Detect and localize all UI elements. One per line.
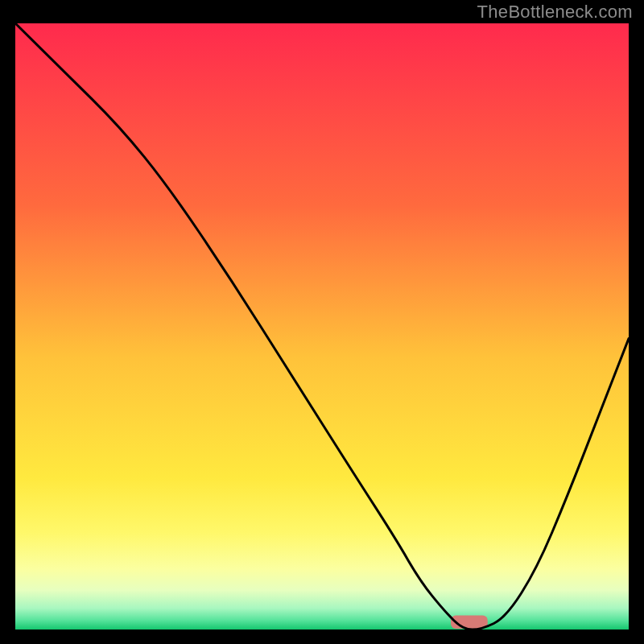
- watermark-text: TheBottleneck.com: [477, 2, 633, 23]
- chart-svg: [15, 23, 629, 630]
- chart-frame: TheBottleneck.com: [0, 0, 644, 644]
- plot-area: [15, 23, 629, 630]
